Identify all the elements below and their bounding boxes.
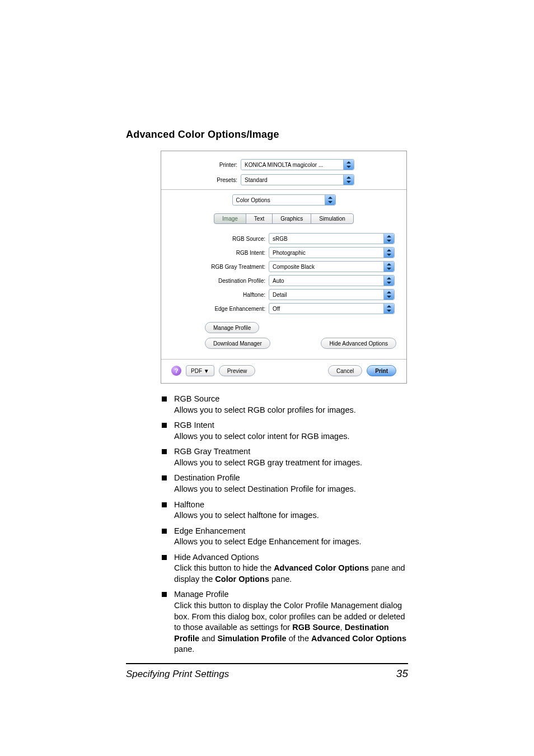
pane-select[interactable]: Color Options — [232, 194, 336, 206]
printer-label: Printer: — [171, 162, 241, 168]
options-tabs: Image Text Graphics Simulation — [171, 213, 396, 224]
print-button[interactable]: Print — [367, 365, 396, 376]
tab-simulation[interactable]: Simulation — [311, 213, 354, 224]
print-dialog: Printer: KONICA MINOLTA magicolor ... Pr… — [161, 151, 407, 384]
item-title: Edge Enhancement — [174, 526, 245, 535]
text: , — [340, 623, 345, 632]
printer-value: KONICA MINOLTA magicolor ... — [245, 162, 323, 168]
text: of the — [287, 634, 311, 643]
item-desc: Allows you to select Edge Enhancement fo… — [174, 536, 408, 548]
stepper-icon — [383, 262, 394, 272]
rgb-gray-value: Composite Black — [273, 264, 315, 270]
pdf-menu-button[interactable]: PDF ▼ — [186, 365, 214, 376]
item-desc: Click this button to hide the Advanced C… — [174, 563, 408, 585]
dest-profile-value: Auto — [273, 278, 284, 284]
stepper-icon — [325, 195, 335, 205]
page-number: 35 — [396, 668, 408, 680]
stepper-icon — [383, 304, 394, 314]
stepper-icon — [383, 276, 394, 286]
dest-profile-select[interactable]: Auto — [269, 275, 395, 286]
list-item: RGB Source Allows you to select RGB colo… — [161, 394, 408, 416]
list-item: Hide Advanced Options Click this button … — [161, 552, 408, 585]
rgb-gray-select[interactable]: Composite Black — [269, 261, 395, 272]
list-item: RGB Intent Allows you to select color in… — [161, 420, 408, 442]
item-title: RGB Intent — [174, 421, 214, 430]
tab-text[interactable]: Text — [246, 213, 273, 224]
text-bold: Advanced Color Options — [311, 634, 406, 643]
options-description: RGB Source Allows you to select RGB colo… — [161, 394, 408, 655]
item-desc: Allows you to select halftone for images… — [174, 510, 408, 521]
halftone-value: Detail — [273, 292, 287, 298]
text: pane. — [269, 575, 292, 584]
tab-graphics[interactable]: Graphics — [272, 213, 311, 224]
text: and — [199, 634, 217, 643]
text-bold: Simulation Profile — [217, 634, 286, 643]
rgb-gray-label: RGB Gray Treatment: — [171, 264, 269, 270]
list-item: Destination Profile Allows you to select… — [161, 473, 408, 494]
hide-advanced-button[interactable]: Hide Advanced Options — [321, 338, 396, 349]
item-title: RGB Gray Treatment — [174, 447, 250, 456]
pdf-label: PDF ▼ — [191, 368, 209, 374]
manage-profile-button[interactable]: Manage Profile — [205, 322, 259, 333]
text-bold: RGB Source — [292, 623, 340, 632]
stepper-icon — [383, 290, 394, 300]
item-title: Manage Profile — [174, 590, 229, 599]
list-item: RGB Gray Treatment Allows you to select … — [161, 446, 408, 468]
pane-value: Color Options — [236, 197, 270, 203]
footer-title: Specifying Print Settings — [126, 669, 229, 680]
presets-select[interactable]: Standard — [241, 174, 354, 185]
rgb-source-label: RGB Source: — [171, 236, 269, 242]
edge-label: Edge Enhancement: — [171, 306, 269, 312]
help-button[interactable]: ? — [171, 366, 181, 376]
item-desc: Allows you to select RGB gray treatment … — [174, 458, 408, 469]
list-item: Edge Enhancement Allows you to select Ed… — [161, 526, 408, 548]
dest-profile-label: Destination Profile: — [171, 278, 269, 284]
item-title: Destination Profile — [174, 473, 240, 482]
stepper-icon — [343, 160, 354, 170]
stepper-icon — [383, 234, 394, 244]
rgb-intent-value: Photographic — [273, 250, 306, 256]
text-bold: Color Options — [215, 575, 269, 584]
rgb-intent-label: RGB Intent: — [171, 250, 269, 256]
list-item: Halftone Allows you to select halftone f… — [161, 500, 408, 521]
list-item: Manage Profile Click this button to disp… — [161, 589, 408, 655]
stepper-icon — [343, 175, 354, 185]
halftone-select[interactable]: Detail — [269, 289, 395, 300]
cancel-button[interactable]: Cancel — [328, 365, 362, 376]
preview-button[interactable]: Preview — [219, 365, 256, 376]
halftone-label: Halftone: — [171, 292, 269, 298]
text: Click this button to hide the — [174, 563, 274, 572]
presets-label: Presets: — [171, 177, 241, 183]
item-desc: Allows you to select RGB color profiles … — [174, 405, 408, 416]
item-desc: Allows you to select color intent for RG… — [174, 431, 408, 442]
stepper-icon — [383, 248, 394, 258]
text: pane. — [174, 645, 194, 654]
printer-select[interactable]: KONICA MINOLTA magicolor ... — [241, 159, 354, 170]
edge-select[interactable]: Off — [269, 303, 395, 314]
item-title: RGB Source — [174, 394, 219, 403]
rgb-intent-select[interactable]: Photographic — [269, 247, 395, 258]
item-title: Halftone — [174, 500, 204, 509]
item-desc: Click this button to display the Color P… — [174, 600, 408, 655]
download-manager-button[interactable]: Download Manager — [205, 338, 270, 349]
section-heading: Advanced Color Options/Image — [126, 129, 408, 141]
text-bold: Advanced Color Options — [274, 563, 369, 572]
item-desc: Allows you to select Destination Profile… — [174, 484, 408, 495]
tab-image[interactable]: Image — [214, 213, 246, 224]
rgb-source-value: sRGB — [273, 236, 288, 242]
rgb-source-select[interactable]: sRGB — [269, 233, 395, 244]
item-title: Hide Advanced Options — [174, 553, 259, 562]
presets-value: Standard — [245, 177, 268, 183]
edge-value: Off — [273, 306, 280, 312]
